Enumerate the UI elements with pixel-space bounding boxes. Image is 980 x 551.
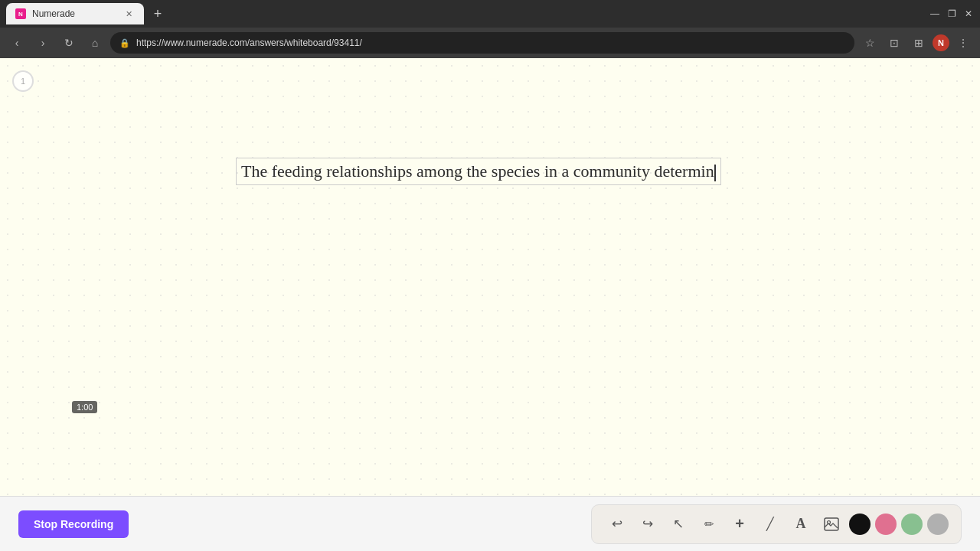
url-text: https://www.numerade.com/answers/whitebo…: [136, 37, 362, 48]
tab-close-button[interactable]: ✕: [122, 8, 135, 20]
color-pink-button[interactable]: [875, 514, 897, 535]
reload-button[interactable]: ↻: [58, 32, 80, 54]
home-button[interactable]: ⌂: [84, 32, 106, 54]
image-tool-button[interactable]: [818, 511, 844, 537]
stop-recording-button[interactable]: Stop Recording: [18, 510, 129, 538]
color-gray-button[interactable]: [927, 514, 949, 535]
address-bar[interactable]: 🔒 https://www.numerade.com/answers/white…: [110, 32, 854, 54]
page-number: 1: [12, 70, 34, 92]
bottom-bar: Stop Recording ↩ ↪ ↖ ✏ + ╱ A: [0, 496, 980, 551]
whiteboard-text: The feeding relationships among the spec…: [236, 158, 721, 185]
title-bar: N Numerade ✕ + — ❐ ✕: [0, 0, 980, 28]
minimize-button[interactable]: —: [929, 8, 940, 19]
new-tab-button[interactable]: +: [147, 3, 168, 24]
forward-button[interactable]: ›: [32, 32, 54, 54]
whiteboard: 1 The feeding relationships among the sp…: [0, 58, 980, 496]
select-tool-button[interactable]: ↖: [665, 511, 691, 537]
extensions-button[interactable]: ⊞: [908, 32, 929, 54]
time-badge: 1:00: [72, 401, 97, 413]
text-cursor: [714, 165, 716, 181]
browser-frame: N Numerade ✕ + — ❐ ✕ ‹ › ↻ ⌂ 🔒 https://w…: [0, 0, 980, 551]
undo-button[interactable]: ↩: [604, 511, 630, 537]
eraser-tool-button[interactable]: ╱: [757, 511, 783, 537]
tab-bar: N Numerade ✕ +: [6, 3, 926, 24]
text-tool-button[interactable]: A: [788, 511, 814, 537]
close-button[interactable]: ✕: [963, 8, 974, 19]
more-button[interactable]: ⋮: [952, 32, 974, 54]
color-black-button[interactable]: [849, 514, 871, 535]
back-button[interactable]: ‹: [6, 32, 28, 54]
tab-title: Numerade: [32, 8, 75, 19]
lock-icon: 🔒: [119, 38, 130, 48]
drawing-toolbar: ↩ ↪ ↖ ✏ + ╱ A: [591, 504, 962, 544]
add-tool-button[interactable]: +: [727, 511, 753, 537]
nav-actions: ☆ ⊡ ⊞ N ⋮: [859, 32, 974, 54]
color-green-button[interactable]: [901, 514, 923, 535]
tab-favicon: N: [15, 8, 26, 19]
screen-cast-button[interactable]: ⊡: [884, 32, 905, 54]
redo-button[interactable]: ↪: [635, 511, 661, 537]
window-controls: — ❐ ✕: [929, 8, 974, 19]
svg-rect-0: [825, 518, 838, 530]
maximize-button[interactable]: ❐: [946, 8, 957, 19]
active-tab[interactable]: N Numerade ✕: [6, 3, 144, 24]
profile-button[interactable]: N: [933, 34, 949, 51]
bookmark-button[interactable]: ☆: [859, 32, 880, 54]
pencil-tool-button[interactable]: ✏: [696, 511, 722, 537]
nav-bar: ‹ › ↻ ⌂ 🔒 https://www.numerade.com/answe…: [0, 28, 980, 58]
